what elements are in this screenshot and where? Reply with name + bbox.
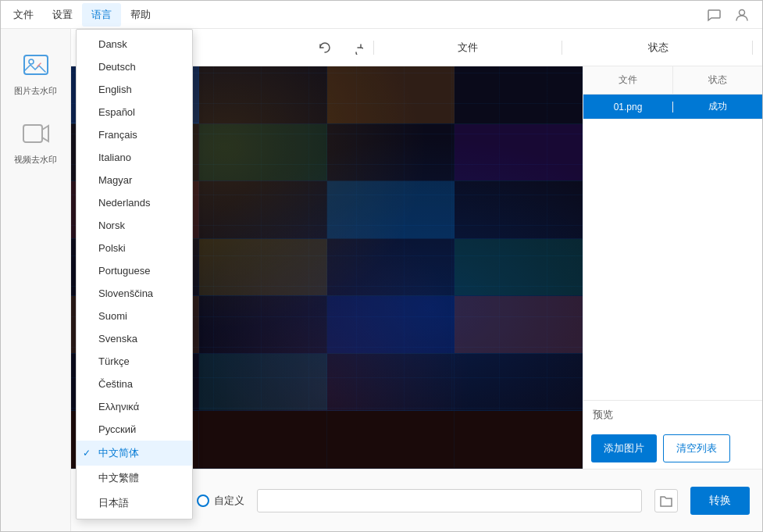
undo-btn[interactable] [311, 35, 339, 60]
sidebar-image-label: 图片去水印 [14, 85, 57, 96]
lang-italiano[interactable]: Italiano [77, 146, 192, 169]
lang-english[interactable]: English [77, 78, 192, 101]
dash-cell [327, 411, 455, 468]
dash-cell [327, 354, 455, 411]
sidebar-item-image[interactable]: 图片去水印 [5, 41, 67, 104]
radio-custom-dir[interactable]: 自定义 [197, 494, 244, 508]
svg-rect-3 [23, 125, 42, 142]
dash-cell [199, 239, 327, 296]
file-list-body: 01.png 成功 [583, 95, 762, 400]
lang-slovenscina[interactable]: Slovenščina [77, 282, 192, 305]
sidebar-video-label: 视频去水印 [14, 154, 57, 165]
file-col-label: 文件 [373, 41, 562, 55]
lang-japanese[interactable]: 日本語 [77, 491, 192, 516]
dash-cell [455, 411, 583, 468]
app-window: 文件 设置 语言 帮助 Dansk Deutsch English [0, 0, 763, 532]
status-col-header: 状态 [673, 66, 762, 94]
clear-list-button[interactable]: 清空列表 [663, 434, 730, 462]
dash-cell [327, 181, 455, 238]
dash-cell [455, 181, 583, 238]
lang-greek[interactable]: Ελληνικά [77, 395, 192, 418]
chat-icon-btn[interactable] [703, 4, 725, 26]
lang-chinese-simplified[interactable]: ✓ 中文简体 [77, 441, 192, 466]
dash-cell [199, 124, 327, 181]
svg-point-2 [29, 59, 34, 64]
language-dropdown: Dansk Deutsch English Español Français I… [76, 29, 193, 520]
menu-bar: 文件 设置 语言 帮助 Dansk Deutsch English [1, 1, 762, 29]
menu-file[interactable]: 文件 [4, 3, 43, 27]
dash-cell [199, 66, 327, 123]
lang-svenska[interactable]: Svenska [77, 327, 192, 350]
dash-cell [455, 124, 583, 181]
radio-circle-custom [197, 495, 209, 507]
convert-button[interactable]: 转换 [690, 487, 750, 515]
check-icon: ✓ [83, 448, 91, 459]
lang-norsk[interactable]: Norsk [77, 214, 192, 237]
dash-cell [455, 66, 583, 123]
video-tool-icon [20, 118, 52, 149]
dash-cell [327, 239, 455, 296]
lang-chinese-traditional[interactable]: 中文繁體 [77, 466, 192, 491]
lang-magyar[interactable]: Magyar [77, 169, 192, 191]
dash-cell [455, 354, 583, 411]
file-panel-bottom: 添加图片 清空列表 [583, 428, 762, 469]
dash-cell [199, 411, 327, 468]
dash-cell [199, 296, 327, 353]
add-image-button[interactable]: 添加图片 [591, 434, 657, 462]
sidebar-item-video[interactable]: 视频去水印 [5, 110, 67, 173]
menu-help[interactable]: 帮助 [121, 3, 160, 27]
lang-espanol[interactable]: Español [77, 101, 192, 123]
svg-point-0 [740, 9, 745, 15]
lang-deutsch[interactable]: Deutsch [77, 55, 192, 78]
lang-portuguese[interactable]: Portuguese [77, 259, 192, 282]
file-name-cell: 01.png [583, 102, 673, 112]
lang-polski[interactable]: Polski [77, 237, 192, 259]
folder-browse-button[interactable] [654, 489, 678, 512]
lang-nederlands[interactable]: Nederlands [77, 191, 192, 214]
lang-dansk[interactable]: Dansk [77, 33, 192, 55]
path-input[interactable] [257, 489, 642, 512]
menu-language[interactable]: 语言 [82, 3, 121, 27]
file-row[interactable]: 01.png 成功 [583, 95, 762, 120]
file-col-header: 文件 [583, 66, 673, 94]
menu-settings[interactable]: 设置 [43, 3, 82, 27]
lang-turkce[interactable]: Türkçe [77, 350, 192, 373]
dash-cell [199, 354, 327, 411]
lang-cestina[interactable]: Čeština [77, 373, 192, 395]
menu-right-icons [703, 4, 759, 26]
dash-cell [455, 296, 583, 353]
file-status-cell: 成功 [673, 100, 762, 113]
file-list-panel: 文件 状态 01.png 成功 预览 添 [583, 66, 762, 469]
preview-label: 预览 [593, 408, 613, 422]
image-tool-icon [20, 49, 52, 80]
lang-suomi[interactable]: Suomi [77, 305, 192, 327]
dash-cell [199, 181, 327, 238]
preview-label-area: 预览 [583, 400, 762, 428]
status-col-label: 状态 [565, 41, 753, 55]
user-icon-btn[interactable] [731, 4, 753, 26]
lang-russian[interactable]: Русский [77, 418, 192, 441]
sidebar: 图片去水印 视频去水印 [1, 29, 71, 531]
lang-francais[interactable]: Français [77, 123, 192, 146]
dash-cell [327, 66, 455, 123]
redo-btn[interactable] [342, 35, 370, 60]
dash-cell [327, 296, 455, 353]
radio-custom-label: 自定义 [214, 494, 244, 508]
dash-cell [455, 239, 583, 296]
dash-cell [327, 124, 455, 181]
file-list-header: 文件 状态 [583, 66, 762, 95]
